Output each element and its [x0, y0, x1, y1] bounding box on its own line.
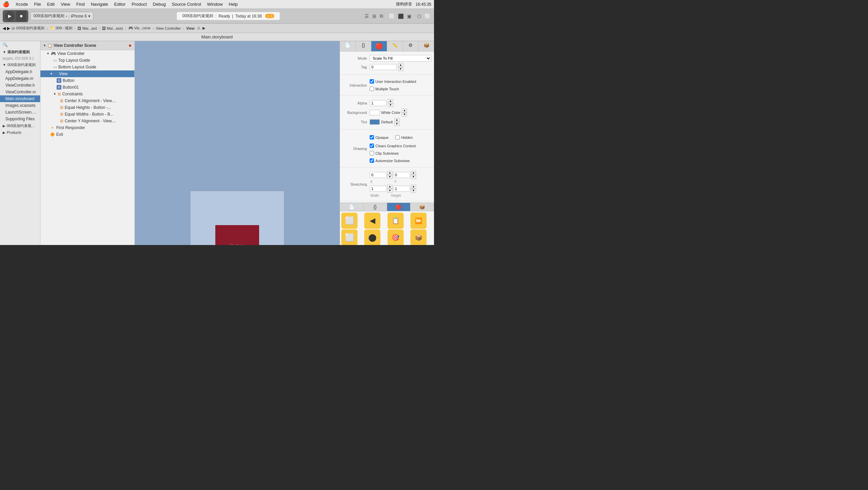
library-tab-code[interactable]: {}	[364, 203, 387, 211]
menu-file[interactable]: File	[31, 1, 44, 7]
h-increment[interactable]: ▲	[411, 185, 416, 189]
version-toggle[interactable]: ⧉	[379, 12, 384, 20]
button-element[interactable]: Button	[215, 225, 259, 245]
tree-item-first-responder[interactable]: 🔸 First Responder	[40, 124, 134, 131]
sidebar-item-viewcontroller-h[interactable]: ViewController.h	[0, 82, 40, 89]
tint-increment[interactable]: ▲	[394, 118, 400, 122]
debug-view-btn[interactable]: ⬡	[416, 12, 422, 20]
sidebar-item-main-storyboard[interactable]: Main.storyboard	[0, 95, 40, 102]
library-item-6[interactable]: 🎯	[388, 229, 404, 245]
tree-item-center-y[interactable]: ⊞ Center Y Alignment - View....	[40, 118, 134, 124]
run-button[interactable]: ▶	[5, 11, 15, 21]
main-tab[interactable]: Main.storyboard	[0, 33, 434, 41]
multiple-touch-checkbox[interactable]	[370, 87, 374, 91]
scheme-selector[interactable]: 009添加约束规则 › | iPhone 6 ▾	[30, 12, 93, 20]
breadcrumb-view-controller[interactable]: View Controller	[156, 26, 181, 30]
inspector-tab-connections[interactable]: 📦	[418, 41, 434, 51]
clears-graphics-checkbox[interactable]	[370, 144, 374, 148]
tree-item-bottom-layout[interactable]: ▭ Bottom Layout Guide	[40, 64, 134, 70]
library-item-1[interactable]: ◀	[364, 213, 380, 229]
menu-view[interactable]: View	[58, 1, 73, 7]
menu-xcode[interactable]: Xcode	[13, 1, 31, 7]
assistant-toggle[interactable]: ⊞	[371, 12, 377, 20]
sidebar-item-images-xcassets[interactable]: Images.xcassets	[0, 102, 40, 109]
tag-input[interactable]	[370, 64, 397, 70]
y-decrement[interactable]: ▼	[411, 175, 416, 179]
breadcrumb-project[interactable]: 🗂 009添加约束规则	[11, 26, 44, 31]
tree-item-equal-heights[interactable]: ⊞ Equal Heights - Button -...	[40, 104, 134, 111]
sidebar-item-launchscreen[interactable]: LaunchScreen.xib	[0, 109, 40, 116]
library-item-3[interactable]: ⏩	[410, 213, 427, 229]
mode-select[interactable]: Scale To Fill	[370, 55, 431, 62]
breadcrumb-group[interactable]: 📁 009···规则	[50, 26, 72, 31]
sidebar-item-tests[interactable]: ▶ 009添加约束规则Tests	[0, 122, 40, 129]
menu-window[interactable]: Window	[205, 1, 225, 7]
menu-debug[interactable]: Debug	[150, 1, 168, 7]
sidebar-item-project[interactable]: ▼ 添加约束规则	[0, 49, 40, 56]
back-button[interactable]: ◀	[3, 26, 6, 31]
sidebar-search[interactable]: 🔍	[0, 41, 40, 49]
stretching-x-input[interactable]	[370, 172, 386, 178]
menu-edit[interactable]: Edit	[44, 1, 57, 7]
breadcrumb-view-scene[interactable]: 🎮 Vie...cene	[128, 26, 151, 30]
library-item-7[interactable]: 📦	[410, 229, 427, 245]
library-item-2[interactable]: 📋	[388, 213, 404, 229]
inspector-tab-file[interactable]: 📄	[340, 41, 356, 51]
tree-item-view[interactable]: ▼ ◻ View	[40, 70, 134, 77]
close-icon[interactable]: ●	[128, 42, 132, 49]
x-decrement[interactable]: ▼	[387, 175, 393, 179]
stretching-y-input[interactable]	[393, 172, 410, 178]
autoresize-subviews-checkbox[interactable]	[370, 158, 374, 163]
tree-item-exit[interactable]: 🔶 Exit	[40, 131, 134, 138]
tint-decrement[interactable]: ▼	[394, 122, 400, 126]
tree-item-center-x[interactable]: ⊞ Center X Alignment - View....	[40, 97, 134, 104]
library-item-4[interactable]: ⬜	[341, 229, 358, 245]
tree-item-view-controller[interactable]: ▼ 🎮 View Controller	[40, 50, 134, 57]
h-decrement[interactable]: ▼	[411, 189, 416, 193]
inspector-tab-size[interactable]: ⚙	[403, 41, 419, 51]
navigator-toggle[interactable]: ☰	[364, 12, 370, 20]
w-decrement[interactable]: ▼	[387, 189, 393, 193]
menu-source-control[interactable]: Source Control	[169, 1, 204, 7]
sidebar-item-products[interactable]: ▶ Products	[0, 129, 40, 135]
alpha-increment[interactable]: ▲	[388, 99, 393, 103]
sidebar-item-appdelegate-h[interactable]: AppDelegate.h	[0, 68, 40, 75]
inspector-tab-attributes[interactable]: 📏	[387, 41, 403, 51]
tag-increment[interactable]: ▲	[398, 63, 403, 67]
hidden-checkbox[interactable]	[395, 135, 400, 140]
y-increment[interactable]: ▲	[411, 171, 416, 175]
sidebar-item-appdelegate-m[interactable]: AppDelegate.m	[0, 75, 40, 82]
alpha-decrement[interactable]: ▼	[388, 103, 393, 107]
sidebar-item-supporting-files[interactable]: Supporting Files	[0, 116, 40, 122]
sidebar-item-targets[interactable]: targets, iOS SDK 8.1	[0, 56, 40, 61]
library-tab-media[interactable]: 📦	[410, 203, 434, 211]
library-tab-objects[interactable]: 🔴	[387, 203, 411, 211]
breadcrumb-view[interactable]: View	[186, 26, 194, 30]
menu-navigate[interactable]: Navigate	[88, 1, 111, 7]
inspector-tab-quick[interactable]: {}	[356, 41, 372, 51]
stretching-width-input[interactable]	[370, 186, 386, 192]
assistant-view-btn[interactable]: ⬛	[397, 12, 405, 20]
opaque-checkbox[interactable]	[370, 135, 374, 140]
stop-button[interactable]: ■	[16, 11, 26, 21]
sidebar-item-009[interactable]: ▼ 009添加约束规则	[0, 61, 40, 68]
tree-item-button[interactable]: B Button	[40, 77, 134, 84]
menu-product[interactable]: Product	[129, 1, 150, 7]
tree-item-constraints[interactable]: ▼ ⊞ Constraints	[40, 91, 134, 97]
sidebar-item-viewcontroller-m[interactable]: ViewController.m	[0, 89, 40, 95]
w-increment[interactable]: ▲	[387, 185, 393, 189]
inspector-tab-identity[interactable]: 🔴	[371, 41, 387, 51]
apple-menu[interactable]: 🍎	[3, 1, 9, 7]
tree-item-top-layout[interactable]: ▭ Top Layout Guide	[40, 57, 134, 64]
standard-view-btn[interactable]: ⬜	[388, 12, 396, 20]
tint-color-swatch[interactable]	[370, 119, 380, 125]
canvas[interactable]: Button Button	[135, 41, 340, 245]
background-color-swatch[interactable]	[370, 110, 380, 115]
menu-find[interactable]: Find	[73, 1, 87, 7]
library-item-5[interactable]: ⬤	[364, 229, 380, 245]
forward-button[interactable]: ▶	[7, 26, 10, 31]
library-item-0[interactable]: ⬜	[341, 213, 358, 229]
menu-help[interactable]: Help	[226, 1, 241, 7]
clip-subviews-checkbox[interactable]	[370, 151, 374, 155]
library-tab-file[interactable]: 📄	[340, 203, 364, 211]
